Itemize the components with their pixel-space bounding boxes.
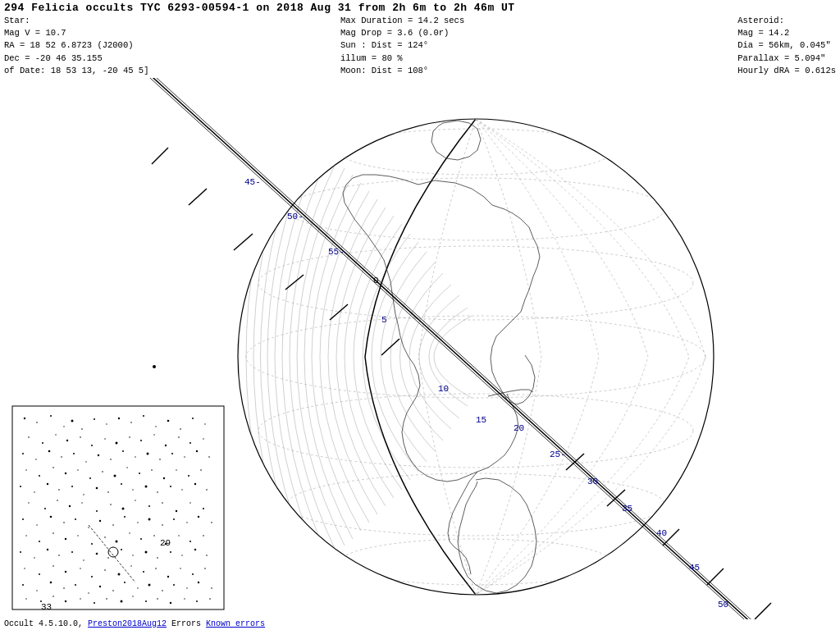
svg-point-123 bbox=[28, 502, 29, 503]
svg-point-116 bbox=[132, 489, 133, 490]
svg-point-131 bbox=[135, 500, 135, 500]
svg-point-82 bbox=[98, 454, 99, 456]
svg-point-211 bbox=[173, 584, 175, 586]
svg-point-139 bbox=[50, 516, 52, 518]
svg-point-208 bbox=[137, 587, 138, 588]
svg-point-214 bbox=[211, 587, 212, 589]
svg-point-101 bbox=[139, 472, 140, 474]
svg-point-201 bbox=[50, 582, 52, 584]
svg-text:15: 15 bbox=[476, 415, 486, 425]
svg-rect-44 bbox=[12, 406, 224, 609]
svg-point-79 bbox=[61, 456, 62, 458]
svg-point-128 bbox=[96, 510, 98, 512]
svg-point-61 bbox=[28, 436, 30, 438]
svg-point-213 bbox=[198, 582, 199, 583]
svg-point-89 bbox=[184, 456, 185, 457]
svg-point-138 bbox=[36, 524, 37, 525]
svg-point-85 bbox=[135, 456, 135, 457]
svg-point-205 bbox=[99, 586, 101, 587]
svg-point-58 bbox=[180, 428, 181, 430]
svg-point-90 bbox=[196, 450, 198, 452]
svg-point-187 bbox=[65, 571, 66, 573]
svg-point-117 bbox=[145, 486, 148, 488]
svg-point-65 bbox=[80, 436, 81, 438]
svg-point-165 bbox=[178, 535, 179, 536]
svg-point-52 bbox=[106, 423, 107, 424]
footer-info: Occult 4.5.10.0, Preston2018Aug12 Errors… bbox=[0, 618, 840, 630]
svg-point-129 bbox=[110, 504, 112, 505]
svg-text:0: 0 bbox=[373, 276, 379, 285]
svg-point-160 bbox=[116, 541, 118, 543]
svg-point-114 bbox=[107, 491, 109, 493]
svg-point-195 bbox=[167, 576, 169, 578]
svg-point-220 bbox=[94, 602, 95, 604]
svg-point-223 bbox=[132, 596, 133, 596]
svg-point-212 bbox=[186, 587, 187, 588]
svg-point-152 bbox=[211, 522, 212, 523]
svg-text:29: 29 bbox=[160, 538, 171, 548]
svg-point-224 bbox=[145, 600, 147, 602]
svg-point-181 bbox=[181, 555, 182, 555]
occultation-map: 45- 50- 55- 0 5 10 15 20 25- 30 35 40 45… bbox=[0, 78, 840, 619]
svg-point-87 bbox=[159, 459, 161, 460]
svg-point-158 bbox=[91, 543, 93, 545]
svg-point-170 bbox=[47, 549, 48, 550]
svg-point-190 bbox=[104, 569, 106, 571]
svg-point-161 bbox=[129, 532, 130, 533]
svg-point-46 bbox=[36, 422, 38, 423]
svg-point-156 bbox=[65, 538, 66, 540]
svg-point-98 bbox=[102, 471, 103, 472]
svg-point-180 bbox=[170, 551, 171, 553]
svg-point-136 bbox=[203, 508, 204, 509]
svg-point-174 bbox=[96, 553, 98, 555]
svg-point-178 bbox=[145, 551, 148, 554]
svg-point-64 bbox=[66, 440, 68, 441]
svg-point-133 bbox=[162, 502, 163, 504]
svg-point-120 bbox=[181, 489, 182, 490]
svg-text:20: 20 bbox=[514, 423, 524, 433]
svg-point-179 bbox=[157, 557, 158, 559]
svg-point-111 bbox=[71, 486, 73, 487]
svg-point-227 bbox=[184, 598, 185, 599]
svg-point-154 bbox=[39, 541, 40, 542]
svg-point-210 bbox=[162, 590, 163, 591]
svg-point-137 bbox=[22, 518, 24, 520]
svg-point-202 bbox=[63, 587, 65, 589]
svg-point-206 bbox=[112, 590, 114, 591]
svg-point-106 bbox=[200, 469, 202, 471]
svg-point-100 bbox=[126, 467, 127, 468]
svg-point-110 bbox=[58, 489, 60, 491]
svg-point-132 bbox=[148, 505, 150, 507]
svg-point-95 bbox=[65, 472, 66, 474]
svg-point-56 bbox=[155, 426, 156, 427]
svg-point-91 bbox=[208, 456, 210, 458]
svg-point-197 bbox=[192, 573, 194, 575]
svg-point-108 bbox=[34, 491, 34, 492]
svg-point-72 bbox=[165, 445, 167, 446]
svg-point-184 bbox=[24, 568, 25, 568]
svg-point-168 bbox=[20, 551, 21, 553]
svg-point-155 bbox=[52, 532, 54, 534]
svg-point-215 bbox=[25, 598, 26, 599]
svg-point-51 bbox=[94, 418, 95, 420]
svg-point-43 bbox=[153, 365, 156, 368]
svg-text:50: 50 bbox=[718, 600, 728, 609]
svg-point-102 bbox=[151, 469, 153, 471]
svg-point-177 bbox=[132, 555, 133, 555]
svg-point-221 bbox=[106, 598, 107, 600]
svg-point-207 bbox=[124, 582, 126, 583]
svg-point-54 bbox=[130, 422, 132, 423]
svg-point-157 bbox=[77, 535, 78, 536]
svg-point-125 bbox=[57, 500, 58, 501]
svg-point-130 bbox=[122, 508, 125, 510]
svg-point-151 bbox=[198, 516, 199, 518]
svg-point-147 bbox=[148, 518, 151, 521]
svg-point-166 bbox=[189, 541, 191, 542]
svg-point-48 bbox=[63, 426, 64, 427]
svg-point-142 bbox=[88, 527, 89, 527]
svg-text:55-: 55- bbox=[328, 247, 345, 257]
svg-point-193 bbox=[143, 571, 144, 573]
svg-point-55 bbox=[143, 415, 144, 417]
svg-point-62 bbox=[42, 442, 43, 444]
svg-point-162 bbox=[140, 538, 142, 540]
